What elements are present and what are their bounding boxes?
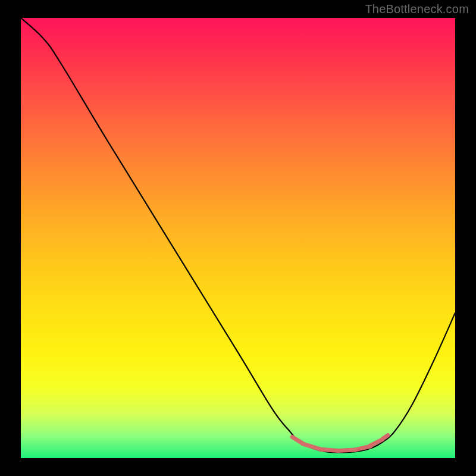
accent-segments xyxy=(292,436,388,451)
bottleneck-curve xyxy=(21,18,455,452)
chart-frame: TheBottleneck.com xyxy=(0,0,476,476)
plot-area xyxy=(21,18,455,458)
accent-segment xyxy=(321,449,338,450)
accent-segment xyxy=(338,450,355,450)
accent-segment xyxy=(371,440,383,446)
accent-segment xyxy=(302,444,321,450)
watermark-text: TheBottleneck.com xyxy=(365,2,469,16)
curve-layer xyxy=(21,18,455,458)
